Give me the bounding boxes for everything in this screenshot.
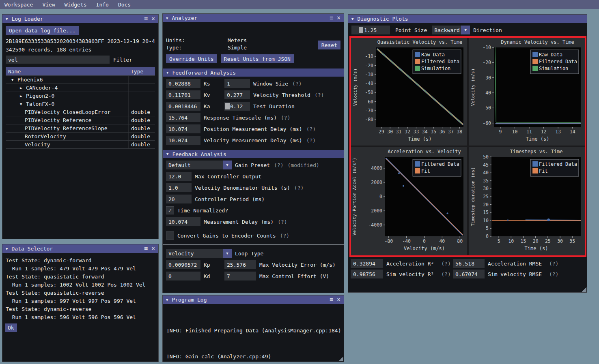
acceleration-r2-label: Acceleration R² bbox=[386, 261, 434, 267]
signal-type bbox=[128, 76, 155, 84]
override-units-button[interactable]: Override Units bbox=[166, 54, 217, 63]
svg-text:25: 25 bbox=[483, 194, 489, 199]
collapse-arrow-icon[interactable]: ▼ bbox=[351, 17, 353, 21]
chevron-down-icon[interactable]: ▼ bbox=[223, 161, 232, 169]
max-controller-output-input[interactable]: 12.0 bbox=[166, 172, 192, 181]
slider-grabber[interactable] bbox=[225, 103, 230, 109]
table-row[interactable]: Velocity double bbox=[6, 140, 155, 148]
ks-value: 0.02888 bbox=[166, 79, 200, 88]
collapse-arrow-icon[interactable]: ▼ bbox=[166, 152, 168, 156]
close-icon[interactable]: × bbox=[337, 15, 340, 21]
log-loader-titlebar[interactable]: ▼ Log Loader ≡ × bbox=[2, 15, 158, 23]
window-size-input[interactable]: 1 bbox=[224, 79, 250, 88]
reset-units-button[interactable]: Reset Units from JSON bbox=[221, 54, 294, 63]
table-row[interactable]: PIDVelocity_ReferenceSlope double bbox=[6, 124, 155, 132]
table-row[interactable]: PIDVelocity_Reference double bbox=[6, 116, 155, 124]
test-duration-slider[interactable]: 0.12 bbox=[224, 102, 250, 111]
collapse-arrow-icon[interactable]: ▼ bbox=[166, 16, 168, 20]
table-row[interactable]: ▼ Phoenix6 bbox=[6, 75, 155, 84]
measurement-delay-value: 10.074 bbox=[166, 217, 200, 226]
timesteps-time-chart[interactable]: Timesteps vs. Time5101520253035051015202… bbox=[469, 147, 585, 255]
collapse-arrow-icon[interactable]: ▼ bbox=[166, 298, 168, 302]
plot-acceleration-velocity[interactable]: Acceleration vs. Velocity-80-4004080-400… bbox=[351, 147, 467, 255]
svg-text:-80: -80 bbox=[384, 238, 393, 244]
analyzer-titlebar[interactable]: ▼ Analyzer ≡ × bbox=[163, 14, 344, 22]
feedback-section-header[interactable]: ▼ Feedback Analysis bbox=[163, 150, 344, 158]
filter-input[interactable] bbox=[6, 56, 110, 64]
tree-toggle-icon[interactable]: ▼ bbox=[11, 78, 17, 82]
kp-label: Kp bbox=[204, 262, 224, 268]
direction-dropdown[interactable]: Backward bbox=[432, 26, 461, 34]
table-row[interactable]: PIDVelocity_ClosedLoopError double bbox=[6, 108, 155, 116]
svg-text:33: 33 bbox=[413, 129, 419, 135]
response-timescale-value: 15.764 bbox=[166, 113, 200, 122]
table-row[interactable]: ▶ Pigeon2-0 bbox=[6, 92, 155, 100]
svg-text:5: 5 bbox=[498, 238, 500, 244]
chevron-down-icon[interactable]: ▼ bbox=[223, 249, 232, 258]
point-size-slider[interactable]: 1.25 bbox=[351, 26, 390, 34]
log-loader-window: ▼ Log Loader ≡ × Open data log file... 2… bbox=[2, 14, 159, 239]
svg-text:-10: -10 bbox=[365, 54, 373, 59]
acceleration-velocity-chart[interactable]: Acceleration vs. Velocity-80-4004080-400… bbox=[351, 147, 467, 255]
test-state-line: Run 1 samples: 1002 Volt 1002 Pos 1002 V… bbox=[6, 281, 155, 289]
tree-toggle-icon[interactable]: ▼ bbox=[20, 102, 26, 106]
tree-toggle-icon[interactable]: ▶ bbox=[20, 94, 26, 98]
svg-text:-30: -30 bbox=[483, 75, 491, 81]
log-line: INFO: Gain calc (Analyzer.cpp:49) bbox=[166, 353, 340, 360]
table-row[interactable]: ▶ CANcoder-4 bbox=[6, 84, 155, 92]
plot-quasistatic-velocity[interactable]: Quasistatic Velocity vs. Time29303132333… bbox=[351, 38, 467, 146]
collapse-arrow-icon[interactable]: ▼ bbox=[6, 17, 8, 21]
dynamic-velocity-chart[interactable]: Dynamic Velocity vs. Time91011121314-10-… bbox=[469, 38, 585, 146]
open-log-file-button[interactable]: Open data log file... bbox=[6, 26, 79, 35]
window-menu-icon[interactable]: ≡ bbox=[330, 15, 333, 21]
data-selector-window: ▼ Data Selector ≡ × Test State: dynamic-… bbox=[2, 244, 159, 362]
plot-timesteps-time[interactable]: Timesteps vs. Time5101520253035051015202… bbox=[469, 147, 585, 255]
chevron-down-icon[interactable]: ▼ bbox=[461, 26, 470, 34]
controller-period-input[interactable]: 20 bbox=[166, 195, 192, 203]
plot-dynamic-velocity[interactable]: Dynamic Velocity vs. Time91011121314-10-… bbox=[469, 38, 585, 146]
svg-text:14: 14 bbox=[570, 129, 575, 135]
resize-grip[interactable] bbox=[581, 287, 586, 292]
max-velocity-error-input[interactable]: 25.576 bbox=[224, 260, 256, 269]
program-log-titlebar[interactable]: ▼ Program Log ≡ × bbox=[163, 295, 344, 304]
feedforward-section-header[interactable]: ▼ Feedforward Analysis bbox=[163, 69, 344, 77]
menu-view[interactable]: View bbox=[42, 2, 55, 8]
svg-text:-40: -40 bbox=[402, 238, 411, 244]
menu-widgets[interactable]: Widgets bbox=[65, 2, 87, 8]
close-icon[interactable]: × bbox=[337, 297, 340, 303]
window-menu-icon[interactable]: ≡ bbox=[144, 16, 148, 22]
time-normalized-checkbox[interactable]: ✓ bbox=[166, 206, 174, 214]
ok-button[interactable]: Ok bbox=[5, 323, 17, 332]
collapse-arrow-icon[interactable]: ▼ bbox=[166, 71, 168, 75]
window-menu-icon[interactable]: ≡ bbox=[144, 246, 148, 252]
collapse-arrow-icon[interactable]: ▼ bbox=[6, 247, 8, 251]
svg-text:Fit: Fit bbox=[539, 168, 548, 174]
gain-preset-dropdown[interactable]: Default bbox=[166, 161, 223, 169]
records-summary: 342590 records, 188 entries bbox=[6, 47, 155, 53]
velocity-denominator-input[interactable]: 1.0 bbox=[166, 183, 192, 192]
slider-grabber[interactable] bbox=[359, 27, 363, 33]
convert-gains-label: Convert Gains to Encoder Counts bbox=[177, 233, 276, 239]
diagnostic-plots-titlebar[interactable]: ▼ Diagnostic Plots bbox=[348, 15, 587, 23]
table-row[interactable]: ▼ TalonFX-0 bbox=[6, 100, 155, 108]
max-control-effort-input[interactable]: 7 bbox=[224, 272, 256, 280]
tree-toggle-icon[interactable]: ▶ bbox=[20, 86, 26, 90]
sim-velocity-r2-help: (?) bbox=[441, 271, 450, 277]
velocity-threshold-input[interactable]: 0.277 bbox=[224, 90, 250, 99]
convert-gains-checkbox[interactable] bbox=[166, 231, 174, 240]
resize-grip[interactable] bbox=[338, 356, 343, 361]
close-icon[interactable]: × bbox=[151, 16, 155, 22]
velocity-delay-value: 10.074 bbox=[166, 136, 200, 145]
ks-label: Ks bbox=[204, 81, 224, 87]
close-icon[interactable]: × bbox=[151, 246, 155, 252]
position-delay-value: 10.074 bbox=[166, 124, 200, 133]
data-selector-titlebar[interactable]: ▼ Data Selector ≡ × bbox=[2, 244, 158, 253]
reset-button[interactable]: Reset bbox=[318, 41, 340, 49]
menu-workspace[interactable]: Workspace bbox=[4, 2, 33, 8]
loop-type-dropdown[interactable]: Velocity bbox=[166, 249, 223, 258]
menu-info[interactable]: Info bbox=[96, 2, 109, 8]
menu-docs[interactable]: Docs bbox=[118, 2, 131, 8]
table-row[interactable]: RotorVelocity double bbox=[6, 132, 155, 140]
quasistatic-velocity-chart[interactable]: Quasistatic Velocity vs. Time29303132333… bbox=[351, 38, 467, 146]
window-menu-icon[interactable]: ≡ bbox=[330, 297, 333, 303]
